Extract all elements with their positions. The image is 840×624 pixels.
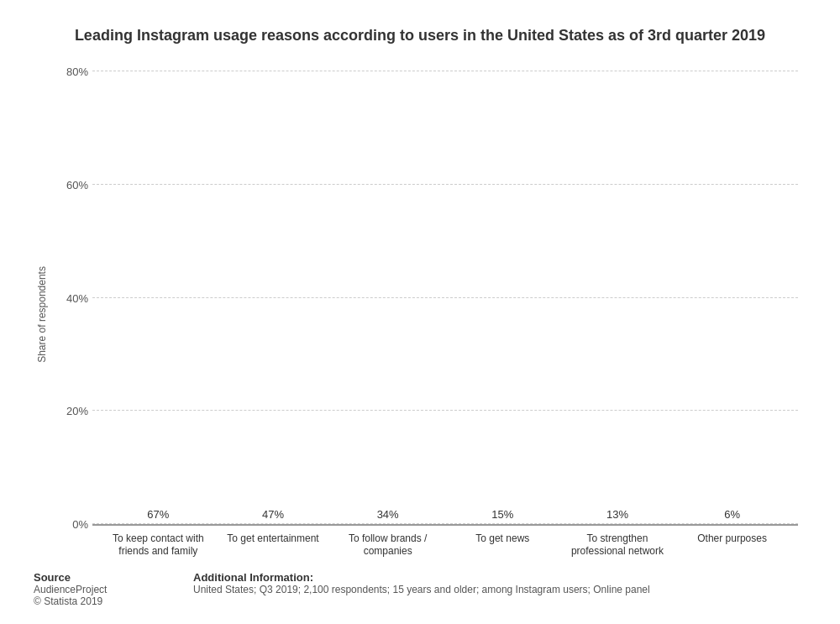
source-lines: AudienceProject© Statista 2019 bbox=[34, 584, 168, 607]
y-axis-label: Share of respondents bbox=[34, 71, 50, 558]
bar-value-label: 13% bbox=[606, 508, 628, 521]
x-label: To get news bbox=[452, 532, 553, 558]
additional-block: Additional Information: United States; Q… bbox=[193, 571, 806, 595]
bar-wrapper: 34% bbox=[354, 508, 422, 524]
grid-label: 60% bbox=[55, 178, 88, 191]
grid-and-bars: 80%60%40%20%0%67%47%34%15%13%6% bbox=[92, 71, 798, 524]
bar-group: 15% bbox=[452, 508, 553, 524]
source-line: AudienceProject bbox=[34, 584, 168, 595]
bar-group: 34% bbox=[338, 508, 438, 524]
bar-value-label: 15% bbox=[491, 508, 513, 521]
bar-wrapper: 47% bbox=[239, 508, 307, 524]
x-label: To keep contact with friends and family bbox=[108, 532, 208, 558]
chart-title: Leading Instagram usage reasons accordin… bbox=[34, 25, 806, 46]
grid-label: 80% bbox=[55, 66, 88, 78]
bar-value-label: 34% bbox=[377, 508, 399, 521]
chart-area: Share of respondents 80%60%40%20%0%67%47… bbox=[34, 71, 806, 558]
bar-group: 67% bbox=[108, 508, 208, 524]
chart-container: Leading Instagram usage reasons accordin… bbox=[0, 0, 840, 624]
source-line: © Statista 2019 bbox=[34, 595, 168, 607]
x-label: To get entertainment bbox=[223, 532, 323, 558]
bar-wrapper: 67% bbox=[124, 508, 192, 524]
grid-label: 20% bbox=[55, 405, 88, 417]
additional-title: Additional Information: bbox=[193, 571, 806, 584]
bar-group: 47% bbox=[223, 508, 323, 524]
source-block: Source AudienceProject© Statista 2019 bbox=[34, 571, 168, 607]
footer: Source AudienceProject© Statista 2019 Ad… bbox=[34, 571, 806, 607]
bar-wrapper: 13% bbox=[584, 508, 651, 524]
bar-value-label: 67% bbox=[147, 508, 169, 521]
grid-label: 40% bbox=[55, 291, 88, 304]
grid-label: 0% bbox=[55, 517, 88, 530]
x-label: To strengthen professional network bbox=[567, 532, 668, 558]
bar-wrapper: 6% bbox=[699, 508, 766, 524]
bar-group: 13% bbox=[567, 508, 668, 524]
bar-value-label: 6% bbox=[724, 508, 740, 521]
chart-inner: 80%60%40%20%0%67%47%34%15%13%6% To keep … bbox=[55, 71, 806, 558]
bar-wrapper: 15% bbox=[469, 508, 536, 524]
additional-text: United States; Q3 2019; 2,100 respondent… bbox=[193, 584, 806, 595]
bar-group: 6% bbox=[682, 508, 783, 524]
x-label: Other purposes bbox=[682, 532, 783, 558]
x-axis-line bbox=[92, 524, 798, 526]
x-labels: To keep contact with friends and familyT… bbox=[92, 532, 798, 558]
bar-value-label: 47% bbox=[262, 508, 284, 521]
source-title: Source bbox=[34, 571, 168, 584]
bars-row: 67%47%34%15%13%6% bbox=[92, 71, 798, 524]
x-label: To follow brands / companies bbox=[338, 532, 438, 558]
